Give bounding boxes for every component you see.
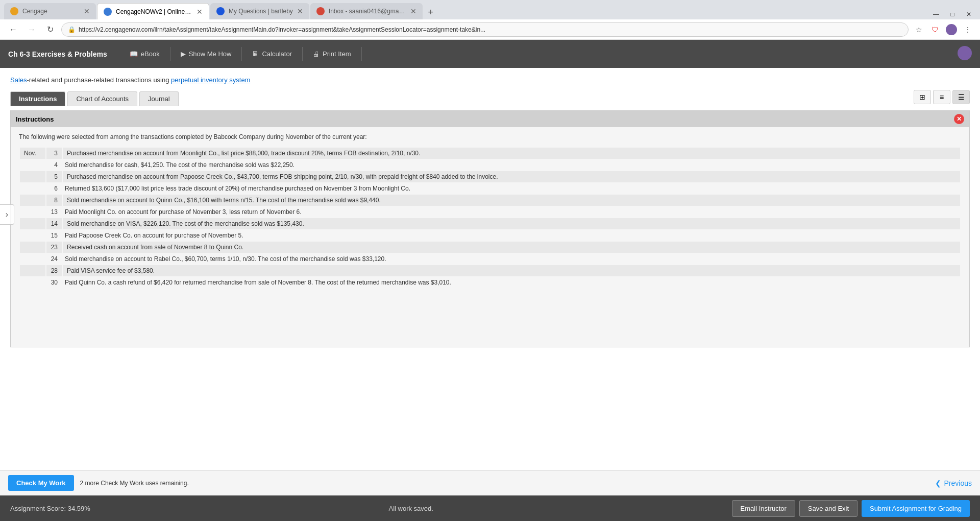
instructions-title: Instructions xyxy=(16,115,54,123)
transaction-desc: Sold merchandise on account to Rabel Co.… xyxy=(63,254,960,264)
address-bar[interactable]: 🔒 https://v2.cengagenow.com/ilrn/takeAss… xyxy=(61,22,909,37)
calculator-label: Calculator xyxy=(262,50,292,58)
transaction-desc: Received cash on account from sale of No… xyxy=(63,242,960,253)
transaction-day: 15 xyxy=(46,230,62,241)
tab-journal[interactable]: Journal xyxy=(139,91,179,106)
tab-title-cengagenow: CengageNOWv2 | Online teachin... xyxy=(116,8,192,15)
bookmark-button[interactable]: ☆ xyxy=(913,23,925,36)
table-row: 23 Received cash on account from sale of… xyxy=(20,242,960,253)
transaction-month xyxy=(20,242,45,253)
transaction-month xyxy=(20,171,45,182)
maximize-button[interactable]: □ xyxy=(945,9,960,19)
tab-close-gmail[interactable]: ✕ xyxy=(410,7,416,15)
tab-close-cengage[interactable]: ✕ xyxy=(84,7,90,15)
ebook-label: eBook xyxy=(141,50,160,58)
table-row: 13 Paid Moonlight Co. on account for pur… xyxy=(20,207,960,217)
transaction-desc: Purchased merchandise on account from Pa… xyxy=(63,171,960,182)
transaction-desc: Sold merchandise on VISA, $226,120. The … xyxy=(63,218,960,229)
grid-view-button[interactable]: ⊞ xyxy=(914,90,931,104)
transaction-day: 24 xyxy=(46,254,62,264)
app-title: Ch 6-3 Exercises & Problems xyxy=(8,50,107,58)
remaining-text: 2 more Check My Work uses remaining. xyxy=(80,480,189,487)
intro-text-plain: -related and purchase-related transactio… xyxy=(27,76,172,84)
tab-gmail[interactable]: Inbox - saania0416@gmail.com ✕ xyxy=(310,3,423,19)
tab-title-cengage: Cengage xyxy=(22,8,80,15)
calculator-icon: 🖩 xyxy=(252,50,259,58)
extension-button[interactable]: 🛡 xyxy=(929,23,941,36)
transaction-day: 28 xyxy=(46,265,62,276)
profile-button[interactable] xyxy=(945,23,958,36)
instructions-body[interactable]: The following were selected from among t… xyxy=(11,127,969,347)
save-and-exit-button[interactable]: Save and Exit xyxy=(799,500,857,517)
browser-window: Cengage ✕ CengageNOWv2 | Online teachin.… xyxy=(0,0,980,521)
header-right xyxy=(958,46,972,62)
submit-assignment-button[interactable]: Submit Assignment for Grading xyxy=(862,500,970,517)
tab-chart-of-accounts[interactable]: Chart of Accounts xyxy=(67,91,137,106)
transaction-month xyxy=(20,254,45,264)
forward-button[interactable]: → xyxy=(24,22,39,37)
table-row: 6 Returned $13,600 ($17,000 list price l… xyxy=(20,183,960,194)
show-me-how-label: Show Me How xyxy=(189,50,232,58)
transaction-month xyxy=(20,218,45,229)
footer-actions: Email Instructor Save and Exit Submit As… xyxy=(732,500,970,517)
reload-button[interactable]: ↻ xyxy=(43,22,57,37)
table-row: 8 Sold merchandise on account to Quinn C… xyxy=(20,195,960,206)
bottom-bar: Check My Work 2 more Check My Work uses … xyxy=(0,470,980,495)
footer: Assignment Score: 34.59% All work saved.… xyxy=(0,495,980,521)
perpetual-inventory-link[interactable]: perpetual inventory system xyxy=(171,76,250,84)
transaction-day: 30 xyxy=(46,277,62,288)
previous-label: Previous xyxy=(944,479,972,487)
save-status: All work saved. xyxy=(90,505,732,512)
check-my-work-button[interactable]: Check My Work xyxy=(8,475,74,491)
sales-link[interactable]: Sales xyxy=(10,76,27,84)
email-instructor-button[interactable]: Email Instructor xyxy=(732,500,795,517)
previous-button[interactable]: ❮ Previous xyxy=(935,479,972,487)
close-instructions-button[interactable]: ✕ xyxy=(954,114,964,124)
side-expand-button[interactable]: › xyxy=(0,204,14,225)
transaction-day: 14 xyxy=(46,218,62,229)
instructions-panel: Instructions ✕ The following were select… xyxy=(10,110,970,347)
print-item-tool[interactable]: 🖨 Print Item xyxy=(303,47,362,61)
table-row: 14 Sold merchandise on VISA, $226,120. T… xyxy=(20,218,960,229)
play-icon: ▶ xyxy=(181,50,186,58)
transaction-desc: Paid VISA service fee of $3,580. xyxy=(63,265,960,276)
transaction-month xyxy=(20,277,45,288)
transaction-desc: Purchased merchandise on account from Mo… xyxy=(63,148,960,159)
intro-text: Sales-related and purchase-related trans… xyxy=(10,76,970,84)
tab-bartleby[interactable]: My Questions | bartleby ✕ xyxy=(210,3,309,19)
chevron-left-icon: ❮ xyxy=(935,479,941,487)
tab-close-cengagenow[interactable]: ✕ xyxy=(197,8,203,16)
table-row: 30 Paid Quinn Co. a cash refund of $6,42… xyxy=(20,277,960,288)
print-item-label: Print Item xyxy=(323,50,351,58)
tab-title-gmail: Inbox - saania0416@gmail.com xyxy=(329,8,406,15)
table-row: 24 Sold merchandise on account to Rabel … xyxy=(20,254,960,264)
ebook-icon: 📖 xyxy=(130,50,138,58)
transaction-month xyxy=(20,207,45,217)
url-text: https://v2.cengagenow.com/ilrn/takeAssig… xyxy=(79,26,485,33)
transaction-month xyxy=(20,195,45,206)
detail-view-button[interactable]: ☰ xyxy=(952,90,970,104)
transactions-table: Nov. 3 Purchased merchandise on account … xyxy=(19,147,961,289)
show-me-how-tool[interactable]: ▶ Show Me How xyxy=(170,47,242,61)
tab-cengagenow[interactable]: CengageNOWv2 | Online teachin... ✕ xyxy=(97,3,209,19)
assignment-score-label: Assignment Score: 34.59% xyxy=(10,505,90,512)
instructions-header: Instructions ✕ xyxy=(11,111,969,127)
transaction-month xyxy=(20,230,45,241)
minimize-button[interactable]: — xyxy=(929,9,943,19)
close-window-button[interactable]: ✕ xyxy=(962,9,976,19)
header-tools: 📖 eBook ▶ Show Me How 🖩 Calculator 🖨 Pri… xyxy=(119,47,362,61)
menu-button[interactable]: ⋮ xyxy=(962,23,974,36)
table-row: 28 Paid VISA service fee of $3,580. xyxy=(20,265,960,276)
tab-cengage[interactable]: Cengage ✕ xyxy=(4,3,96,19)
back-button[interactable]: ← xyxy=(6,22,20,37)
new-tab-button[interactable]: + xyxy=(424,5,438,19)
transaction-month: Nov. xyxy=(20,148,45,159)
calculator-tool[interactable]: 🖩 Calculator xyxy=(242,47,303,61)
table-row: 15 Paid Papoose Creek Co. on account for… xyxy=(20,230,960,241)
table-row: 5 Purchased merchandise on account from … xyxy=(20,171,960,182)
list-view-button[interactable]: ≡ xyxy=(933,90,950,104)
ebook-tool[interactable]: 📖 eBook xyxy=(119,47,170,61)
transaction-day: 4 xyxy=(46,160,62,170)
tab-close-bartleby[interactable]: ✕ xyxy=(297,7,303,15)
tab-instructions[interactable]: Instructions xyxy=(10,91,65,106)
